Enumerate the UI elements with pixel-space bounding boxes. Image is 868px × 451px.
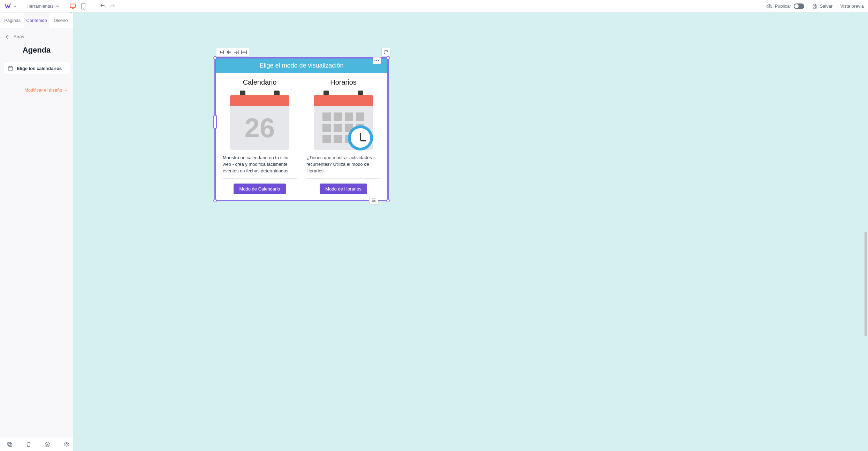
- align-left-button[interactable]: [218, 49, 224, 56]
- sidebar-tabs: Páginas Contenido Diseño: [0, 13, 73, 28]
- resize-handle-tr[interactable]: [386, 56, 390, 60]
- eye-icon: [63, 441, 70, 448]
- tab-design[interactable]: Diseño: [49, 13, 73, 28]
- svg-rect-3: [8, 67, 13, 70]
- history-group: [99, 2, 116, 10]
- schedule-mode-button[interactable]: Modo de Horarios: [320, 184, 367, 194]
- back-link[interactable]: Atrás: [3, 28, 70, 43]
- logo-icon: [4, 3, 11, 10]
- sidebar-footer: [0, 437, 73, 451]
- align-center-button[interactable]: [225, 49, 232, 56]
- svg-rect-5: [9, 443, 12, 446]
- svg-rect-4: [8, 442, 11, 445]
- logo-chevron-icon[interactable]: [13, 5, 17, 8]
- save-button[interactable]: Salvar: [812, 3, 832, 9]
- device-switcher: [68, 2, 88, 11]
- calendar-icon: [8, 65, 13, 71]
- tab-content[interactable]: Contenido: [24, 13, 48, 28]
- resize-handle-left[interactable]: [213, 115, 217, 129]
- preview-label: Vista previa: [840, 3, 864, 9]
- calendar-description: Muestra un calendario en tu sitio web - …: [223, 155, 297, 175]
- svg-point-2: [83, 8, 84, 9]
- choose-calendars-label: Elige los calendarios: [17, 66, 62, 71]
- arrow-left-icon: [5, 34, 10, 39]
- calendar-option: Calendario 26 Muestra un calendario en t…: [219, 77, 301, 194]
- undo-icon: [100, 3, 106, 9]
- align-stretch-button[interactable]: [241, 49, 248, 56]
- delete-button[interactable]: [25, 441, 32, 448]
- duplicate-button[interactable]: [7, 441, 13, 448]
- calendar-day-number: 26: [245, 112, 275, 144]
- sidebar: Páginas Contenido Diseño Atrás Agenda El…: [0, 13, 73, 451]
- modify-design-label: Modificar el diseño →: [24, 87, 68, 93]
- cloud-upload-icon: [766, 3, 772, 9]
- align-right-button[interactable]: [233, 49, 240, 56]
- refresh-icon: [383, 49, 389, 55]
- calendar-title: Calendario: [243, 78, 277, 86]
- resize-handle-bl[interactable]: [213, 199, 217, 202]
- schedule-title: Horarios: [330, 78, 357, 86]
- sliders-icon: [371, 197, 376, 203]
- divider: [306, 178, 380, 179]
- widget-more-button[interactable]: ···: [373, 57, 381, 64]
- canvas[interactable]: ··· Elige el modo de visualización Calen…: [73, 13, 868, 451]
- selected-widget[interactable]: ··· Elige el modo de visualización Calen…: [214, 57, 389, 201]
- reset-button[interactable]: [381, 48, 390, 57]
- scrollbar[interactable]: [865, 232, 867, 336]
- visibility-button[interactable]: [63, 441, 70, 448]
- mobile-device-button[interactable]: [79, 2, 88, 11]
- publish-button[interactable]: Publicar: [766, 3, 804, 9]
- stretch-icon: [241, 50, 247, 55]
- top-bar: Herramientas Publicar Salvar Vista previ…: [0, 0, 868, 13]
- chevron-down-icon: [56, 5, 59, 8]
- copy-icon: [7, 441, 13, 448]
- widget-body: Calendario 26 Muestra un calendario en t…: [216, 73, 387, 200]
- back-label: Atrás: [14, 34, 24, 39]
- tools-label: Herramientas: [26, 3, 54, 9]
- alignment-toolbar: [216, 48, 249, 57]
- publish-toggle[interactable]: [794, 3, 804, 9]
- undo-button[interactable]: [99, 2, 107, 10]
- calendar-mode-button[interactable]: Modo de Calendario: [234, 184, 285, 194]
- schedule-illustration: [314, 91, 373, 150]
- layers-button[interactable]: [44, 441, 51, 448]
- layers-icon: [44, 441, 51, 448]
- widget-header: Elige el modo de visualización: [216, 59, 387, 73]
- clock-icon: [348, 125, 373, 150]
- panel-title: Agenda: [3, 46, 70, 55]
- align-right-icon: [234, 50, 239, 55]
- save-label: Salvar: [820, 3, 832, 9]
- publish-label: Publicar: [775, 3, 791, 9]
- logo[interactable]: [4, 3, 11, 10]
- desktop-device-button[interactable]: [68, 2, 77, 11]
- svg-point-6: [66, 443, 68, 445]
- schedule-description: ¿Tienes que mostrar actividades recurren…: [306, 155, 380, 175]
- align-center-icon: [226, 50, 231, 55]
- redo-icon: [109, 3, 116, 9]
- main-area: Páginas Contenido Diseño Atrás Agenda El…: [0, 13, 868, 451]
- redo-button[interactable]: [109, 2, 116, 10]
- preview-button[interactable]: Vista previa: [840, 3, 864, 9]
- resize-handle-br[interactable]: [386, 199, 390, 202]
- schedule-option: Horarios ¿Tienes que mostrar actividades…: [302, 77, 384, 194]
- desktop-icon: [69, 3, 76, 10]
- widget-settings-button[interactable]: [369, 196, 378, 205]
- svg-rect-0: [70, 4, 76, 7]
- sidebar-body: Atrás Agenda Elige los calendarios Modif…: [0, 28, 73, 437]
- trash-icon: [25, 441, 32, 448]
- save-icon: [812, 3, 817, 9]
- tab-pages[interactable]: Páginas: [0, 13, 24, 28]
- align-left-icon: [218, 50, 224, 55]
- resize-handle-tl[interactable]: [213, 56, 217, 60]
- divider: [223, 178, 297, 179]
- modify-design-link[interactable]: Modificar el diseño →: [3, 87, 70, 93]
- mobile-icon: [81, 3, 86, 10]
- tools-dropdown[interactable]: Herramientas: [26, 3, 59, 9]
- choose-calendars-button[interactable]: Elige los calendarios: [3, 62, 70, 75]
- calendar-illustration: 26: [230, 91, 289, 150]
